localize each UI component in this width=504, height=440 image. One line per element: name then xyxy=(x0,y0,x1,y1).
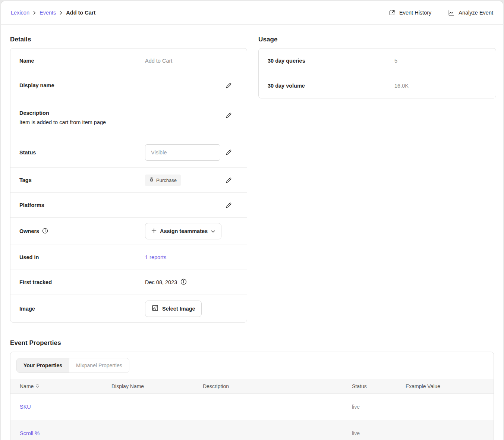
edit-pencil-icon[interactable] xyxy=(224,81,233,89)
column-header-status: Status xyxy=(352,383,406,389)
detail-label: Platforms xyxy=(19,202,145,208)
detail-row-name: Name Add to Cart xyxy=(10,48,247,73)
detail-label: Image xyxy=(19,306,145,312)
top-bar: Lexicon Events Add to Cart Event Histo xyxy=(1,1,503,25)
usage-card: 30 day queries 5 30 day volume 16.0K xyxy=(258,48,496,98)
details-card: Name Add to Cart Display name Descriptio… xyxy=(10,48,247,323)
detail-row-platforms: Platforms xyxy=(10,193,247,218)
edit-pencil-icon[interactable] xyxy=(224,148,233,157)
used-in-reports-link[interactable]: 1 reports xyxy=(145,254,166,260)
line-chart-icon xyxy=(448,9,455,16)
breadcrumb-current-event: Add to Cart xyxy=(66,10,95,16)
event-properties-title: Event Properties xyxy=(10,339,494,347)
column-header-display-name: Display Name xyxy=(111,383,203,389)
select-image-label: Select Image xyxy=(162,306,195,312)
column-header-label: Name xyxy=(20,383,34,389)
property-status: live xyxy=(352,430,406,436)
event-history-button[interactable]: Event History xyxy=(388,9,431,16)
edit-pencil-icon[interactable] xyxy=(224,111,233,119)
tag-label: Purchase xyxy=(156,177,177,183)
event-properties-card: Your Properties Mixpanel Properties Name… xyxy=(10,352,494,440)
properties-table-header: Name Display Name Description Status Exa… xyxy=(10,379,494,394)
sort-icon[interactable] xyxy=(36,383,39,389)
detail-row-status: Status Visible xyxy=(10,137,247,168)
property-row-scroll-pct[interactable]: Scroll % live xyxy=(10,420,494,440)
property-status: live xyxy=(352,404,406,410)
property-row-sku[interactable]: SKU live xyxy=(10,394,494,420)
column-header-description: Description xyxy=(203,383,352,389)
select-image-button[interactable]: Select Image xyxy=(145,301,202,317)
chevron-right-icon xyxy=(59,11,63,15)
edit-pencil-icon[interactable] xyxy=(224,201,233,209)
info-icon[interactable] xyxy=(180,279,187,286)
detail-row-used-in: Used in 1 reports xyxy=(10,245,247,270)
main-content: Details Name Add to Cart Display name xyxy=(1,25,503,323)
first-tracked-date: Dec 08, 2023 xyxy=(145,279,177,285)
detail-label: Status xyxy=(19,150,145,155)
assign-teammates-label: Assign teammates xyxy=(160,228,208,234)
owners-label: Owners xyxy=(19,228,39,234)
property-name-link[interactable]: Scroll % xyxy=(20,430,111,436)
usage-value: 16.0K xyxy=(394,83,409,89)
first-tracked-value-wrap: Dec 08, 2023 xyxy=(145,279,187,286)
tab-mixpanel-properties[interactable]: Mixpanel Properties xyxy=(69,358,129,373)
info-icon[interactable] xyxy=(42,228,48,235)
usage-label: 30 day queries xyxy=(268,58,394,64)
detail-label: Used in xyxy=(19,254,145,260)
detail-row-display-name: Display name xyxy=(10,73,247,98)
detail-row-tags: Tags $ Purchase xyxy=(10,168,247,193)
detail-row-description: Description Item is added to cart from i… xyxy=(10,98,247,137)
money-bag-icon: $ xyxy=(149,177,154,183)
status-select[interactable]: Visible xyxy=(145,144,220,161)
detail-label: Description xyxy=(19,110,49,116)
tab-your-properties[interactable]: Your Properties xyxy=(17,358,69,373)
details-section: Details Name Add to Cart Display name xyxy=(10,36,247,323)
usage-row-queries: 30 day queries 5 xyxy=(259,48,496,73)
breadcrumb-events[interactable]: Events xyxy=(40,10,56,16)
detail-label: Display name xyxy=(19,82,145,88)
breadcrumb-lexicon[interactable]: Lexicon xyxy=(11,10,29,16)
event-name-value: Add to Cart xyxy=(145,58,172,64)
tag-chip-purchase[interactable]: $ Purchase xyxy=(145,175,181,186)
detail-label: First tracked xyxy=(19,279,145,285)
analyze-event-button[interactable]: Analyze Event xyxy=(448,9,493,16)
description-value: Item is added to cart from item page xyxy=(19,119,106,125)
usage-value: 5 xyxy=(394,58,397,64)
status-value: Visible xyxy=(151,150,167,155)
column-header-name[interactable]: Name xyxy=(20,383,111,389)
usage-row-volume: 30 day volume 16.0K xyxy=(259,73,496,98)
detail-row-image: Image Select Image xyxy=(10,295,247,322)
details-title: Details xyxy=(10,36,247,43)
property-name-link[interactable]: SKU xyxy=(20,404,111,410)
usage-label: 30 day volume xyxy=(268,83,394,89)
plus-icon xyxy=(151,228,157,235)
image-icon xyxy=(151,304,159,313)
external-link-icon xyxy=(388,9,396,16)
assign-teammates-button[interactable]: Assign teammates xyxy=(145,223,221,239)
analyze-event-label: Analyze Event xyxy=(459,10,493,16)
column-header-example-value: Example Value xyxy=(406,383,494,389)
usage-section: Usage 30 day queries 5 30 day volume 16.… xyxy=(258,36,496,323)
chevron-down-icon xyxy=(211,228,215,234)
lexicon-event-detail-page: Lexicon Events Add to Cart Event Histo xyxy=(1,1,503,440)
event-properties-section: Event Properties Your Properties Mixpane… xyxy=(1,323,503,440)
top-actions: Event History Analyze Event xyxy=(388,9,493,16)
detail-row-owners: Owners Assign team xyxy=(10,218,247,245)
event-history-label: Event History xyxy=(399,10,431,16)
detail-label: Owners xyxy=(19,228,145,235)
chevron-right-icon xyxy=(33,11,36,15)
breadcrumb: Lexicon Events Add to Cart xyxy=(11,10,95,16)
detail-label: Name xyxy=(19,58,145,64)
detail-row-first-tracked: First tracked Dec 08, 2023 xyxy=(10,270,247,295)
detail-label: Tags xyxy=(19,177,145,183)
properties-tabs: Your Properties Mixpanel Properties xyxy=(16,358,129,373)
usage-title: Usage xyxy=(258,36,496,43)
edit-pencil-icon[interactable] xyxy=(224,176,233,184)
